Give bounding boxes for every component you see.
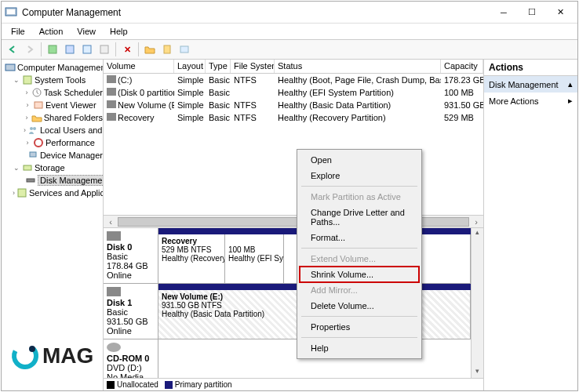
- list-scrollbar-horizontal[interactable]: ‹ ›: [104, 215, 483, 227]
- disk-icon: [107, 287, 121, 296]
- disk-label[interactable]: Disk 0 Basic 178.84 GB Online: [104, 228, 158, 283]
- legend-primary-swatch: [165, 381, 173, 389]
- disk-title: Disk 1: [107, 298, 155, 307]
- svg-point-12: [30, 127, 33, 130]
- partition-name: New Volume (E:): [162, 292, 223, 301]
- scroll-track[interactable]: [472, 239, 483, 367]
- list-icon[interactable]: [177, 42, 192, 57]
- volume-row[interactable]: New Volume (E:) Simple Basic NTFS Health…: [104, 99, 483, 111]
- tree-label: Device Manager: [40, 151, 103, 160]
- cell: Simple: [174, 75, 206, 85]
- menu-action[interactable]: Action: [33, 25, 70, 38]
- tree-event-viewer[interactable]: ›Event Viewer: [2, 99, 103, 111]
- actions-disk-management[interactable]: Disk Management ▴: [484, 76, 577, 93]
- tree-local-users[interactable]: ›Local Users and Groups: [2, 124, 103, 136]
- disk-label[interactable]: Disk 1 Basic 931.50 GB Online: [104, 284, 158, 339]
- partition[interactable]: 100 MB Healthy (EFI Sy: [225, 234, 284, 283]
- ctx-format[interactable]: Format...: [300, 230, 419, 245]
- tree-device-manager[interactable]: Device Manager: [2, 149, 103, 162]
- forward-button[interactable]: [22, 42, 38, 57]
- volume-row[interactable]: (C:) Simple Basic NTFS Healthy (Boot, Pa…: [104, 74, 483, 86]
- volume-name: (C:): [118, 75, 132, 85]
- partition-name: Recovery: [162, 237, 197, 245]
- view-icon[interactable]: [79, 42, 95, 57]
- col-capacity[interactable]: Capacity: [441, 60, 483, 73]
- partition-status: Healthy (EFI Sy: [228, 254, 283, 263]
- settings-icon[interactable]: [96, 42, 112, 57]
- svg-rect-5: [100, 45, 108, 53]
- disk-title: Disk 0: [107, 242, 155, 252]
- menu-view[interactable]: View: [71, 25, 102, 38]
- actions-header: Actions: [484, 60, 577, 76]
- graphical-scrollbar-vertical[interactable]: ▴ ▾: [471, 228, 483, 378]
- volume-row[interactable]: Recovery Simple Basic NTFS Healthy (Reco…: [104, 111, 483, 124]
- cell: Basic: [206, 88, 231, 97]
- properties-icon[interactable]: [62, 42, 78, 57]
- tree-label-selected: Disk Management: [38, 175, 104, 186]
- close-button[interactable]: ✕: [546, 3, 574, 22]
- cell: Basic: [206, 113, 231, 122]
- watermark-logo: MAG: [11, 342, 93, 370]
- new-icon[interactable]: [159, 42, 175, 57]
- tree-root[interactable]: Computer Management (Local: [2, 61, 103, 74]
- maximize-button[interactable]: ☐: [518, 3, 546, 22]
- cell: Healthy (Recovery Partition): [275, 113, 441, 122]
- tree-shared-folders[interactable]: ›Shared Folders: [2, 111, 103, 124]
- svg-point-23: [11, 342, 39, 370]
- tree-system-tools[interactable]: ⌄System Tools: [2, 74, 103, 86]
- scroll-left-icon[interactable]: ‹: [105, 217, 116, 227]
- tree-storage[interactable]: ⌄Storage: [2, 162, 103, 174]
- nav-tree: Computer Management (Local ⌄System Tools…: [2, 60, 104, 390]
- svg-rect-6: [164, 45, 170, 53]
- disk-type: Basic: [107, 307, 155, 317]
- ctx-shrink[interactable]: Shrink Volume...: [300, 267, 419, 282]
- cell: Healthy (Boot, Page File, Crash Dump, Ba…: [275, 75, 441, 85]
- ctx-open[interactable]: Open: [300, 152, 419, 168]
- tree-task-scheduler[interactable]: ›Task Scheduler: [2, 86, 103, 99]
- partition[interactable]: Recovery 529 MB NTFS Healthy (Recovery P…: [158, 234, 225, 283]
- actions-more[interactable]: More Actions ▸: [484, 93, 577, 109]
- tree-performance[interactable]: ›Performance: [2, 136, 103, 149]
- col-type[interactable]: Type: [206, 60, 231, 73]
- disk-label[interactable]: CD-ROM 0 DVD (D:) No Media: [104, 339, 158, 378]
- cell: Simple: [174, 113, 206, 122]
- delete-icon[interactable]: ✕: [119, 42, 135, 57]
- volume-row[interactable]: (Disk 0 partition 2) Simple Basic Health…: [104, 86, 483, 99]
- ctx-change-letter[interactable]: Change Drive Letter and Paths...: [300, 205, 419, 230]
- tree-label: Performance: [46, 138, 95, 147]
- col-layout[interactable]: Layout: [174, 60, 206, 73]
- cell: 931.50 GB: [441, 100, 483, 110]
- disk-state: No Media: [107, 372, 155, 378]
- ctx-explore[interactable]: Explore: [300, 168, 419, 183]
- tree-disk-management[interactable]: Disk Management: [2, 174, 103, 187]
- legend: Unallocated Primary partition: [104, 378, 483, 390]
- folder-open-icon[interactable]: [142, 42, 158, 57]
- back-button[interactable]: [5, 42, 20, 57]
- ctx-properties[interactable]: Properties: [300, 319, 419, 335]
- legend-label: Unallocated: [117, 380, 158, 389]
- svg-rect-4: [83, 45, 91, 53]
- scroll-right-icon[interactable]: ›: [471, 217, 482, 227]
- svg-point-14: [35, 139, 42, 147]
- minimize-button[interactable]: ─: [490, 3, 518, 22]
- chevron-up-icon: ▴: [568, 79, 573, 89]
- volume-icon: [107, 75, 116, 83]
- tree-services[interactable]: ›Services and Applications: [2, 187, 103, 199]
- cell: Basic: [206, 75, 231, 85]
- partition-size: 100 MB: [228, 245, 255, 254]
- toolbar-separator: [115, 42, 116, 56]
- menu-file[interactable]: File: [5, 25, 31, 38]
- cell: 100 MB: [441, 88, 483, 97]
- scroll-up-icon[interactable]: ▴: [472, 228, 483, 239]
- svg-rect-7: [180, 46, 188, 53]
- menu-help[interactable]: Help: [104, 25, 134, 38]
- tree-label: Storage: [35, 163, 65, 172]
- scroll-down-icon[interactable]: ▾: [472, 367, 483, 378]
- ctx-help[interactable]: Help: [300, 340, 419, 356]
- refresh-icon[interactable]: [45, 42, 60, 57]
- cell: NTFS: [231, 113, 275, 122]
- ctx-delete[interactable]: Delete Volume...: [300, 298, 419, 314]
- col-fs[interactable]: File System: [231, 60, 275, 73]
- col-status[interactable]: Status: [275, 60, 441, 73]
- col-volume[interactable]: Volume: [104, 60, 174, 73]
